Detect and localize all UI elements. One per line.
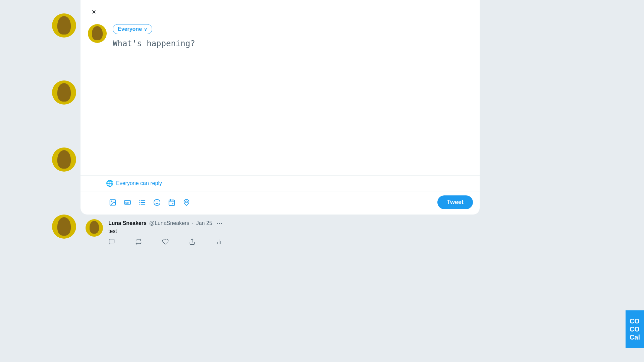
co-badge-line2: CO	[630, 325, 640, 333]
audience-label: Everyone	[118, 26, 142, 32]
gif-icon-button[interactable]: GIF	[121, 196, 134, 209]
feed-tweet-content: Luna Sneakers @LunaSneakers · Jan 25 ···…	[108, 219, 222, 245]
retweet-icon[interactable]	[135, 238, 142, 245]
close-button[interactable]: ×	[87, 5, 101, 19]
globe-icon: 🌐	[106, 180, 113, 187]
modal-header: ×	[80, 0, 480, 21]
toolbar-icons: GIF	[87, 196, 436, 209]
feed-tweet-text: test	[108, 228, 222, 234]
bg-avatar-1	[52, 13, 76, 38]
svg-point-10	[154, 199, 160, 205]
bg-avatar-4	[52, 215, 76, 239]
tweet-button[interactable]: Tweet	[437, 195, 473, 209]
audience-selector-button[interactable]: Everyone ∨	[113, 24, 152, 34]
location-icon-button[interactable]	[180, 196, 193, 209]
reply-setting-label: Everyone can reply	[116, 180, 162, 186]
svg-rect-13	[169, 200, 175, 205]
bg-avatar-3	[52, 147, 76, 172]
poll-icon-button[interactable]	[136, 196, 149, 209]
schedule-icon-button[interactable]	[165, 196, 178, 209]
co-badge: CO CO Cal	[626, 310, 644, 348]
modal-body: Everyone ∨	[80, 21, 480, 175]
bg-avatar-2	[52, 80, 76, 105]
co-badge-line3: Cal	[630, 333, 640, 341]
tweet-input[interactable]	[113, 38, 473, 105]
avatar-column	[87, 24, 107, 175]
feed-tweet-dot: ·	[192, 220, 193, 226]
image-icon-button[interactable]	[106, 196, 119, 209]
svg-point-17	[185, 201, 187, 203]
user-avatar	[88, 24, 107, 43]
chevron-down-icon: ∨	[144, 27, 147, 32]
share-icon[interactable]	[189, 238, 196, 245]
like-icon[interactable]	[162, 238, 169, 245]
co-badge-line1: CO	[630, 317, 640, 325]
feed-tweet-date: Jan 25	[196, 220, 212, 226]
content-column: Everyone ∨	[113, 24, 473, 175]
feed-tweet-actions	[108, 238, 222, 245]
feed-tweet-header: Luna Sneakers @LunaSneakers · Jan 25 ···	[108, 219, 222, 227]
svg-point-1	[111, 201, 112, 202]
emoji-icon-button[interactable]	[150, 196, 164, 209]
svg-text:GIF: GIF	[125, 201, 130, 204]
feed-tweet-avatar	[86, 219, 103, 237]
feed-tweet-name: Luna Sneakers	[108, 220, 147, 226]
reply-setting-row[interactable]: 🌐 Everyone can reply	[80, 176, 480, 191]
feed-tweet-row: Luna Sneakers @LunaSneakers · Jan 25 ···…	[86, 214, 222, 250]
toolbar: GIF	[80, 191, 480, 215]
more-options-icon[interactable]: ···	[217, 219, 222, 227]
reply-icon[interactable]	[108, 238, 115, 245]
analytics-icon[interactable]	[216, 238, 222, 245]
feed-tweet-handle: @LunaSneakers	[149, 220, 189, 226]
compose-modal: × Everyone ∨ 🌐 Everyone can reply	[80, 0, 480, 215]
